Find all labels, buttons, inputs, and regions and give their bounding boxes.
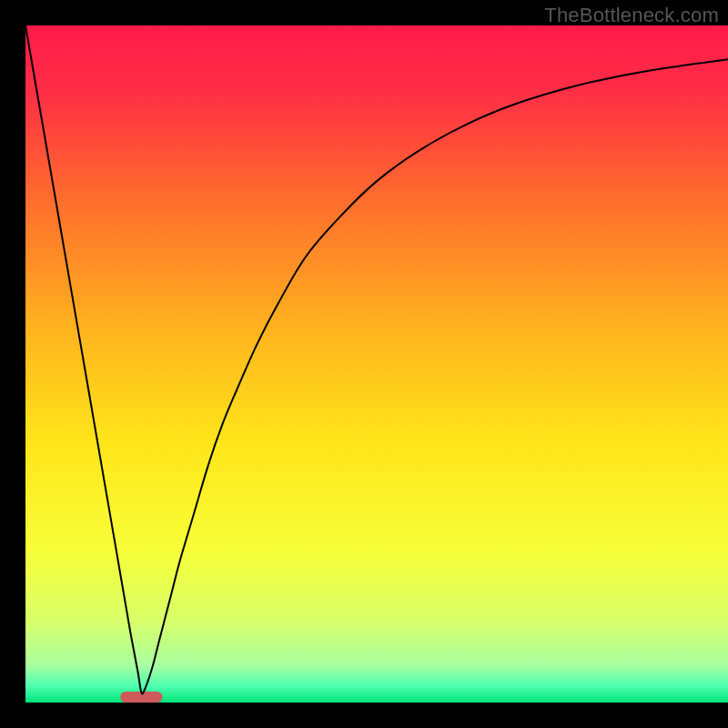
bottleneck-chart xyxy=(0,0,728,728)
watermark-text: TheBottleneck.com xyxy=(544,4,719,27)
plot-area xyxy=(25,25,728,703)
chart-container: TheBottleneck.com xyxy=(0,0,728,728)
